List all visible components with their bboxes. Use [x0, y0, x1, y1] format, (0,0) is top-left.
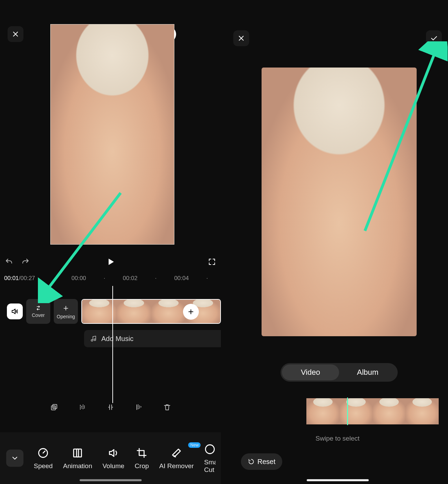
playhead[interactable]: [112, 286, 113, 403]
svg-point-5: [206, 445, 215, 454]
cover-preview: [262, 68, 417, 336]
tab-video[interactable]: Video: [282, 364, 339, 380]
timeline-ruler: 00:01/00:27 00:00 · 00:02 · 00:04 ·: [4, 275, 217, 282]
close-icon: [237, 34, 245, 42]
home-indicator: [307, 479, 369, 481]
video-clip[interactable]: 27.8s +: [81, 299, 221, 324]
undo-button[interactable]: [5, 258, 13, 266]
cover-picker-screen: Video Album Swipe to select Reset: [227, 0, 448, 484]
redo-button[interactable]: [21, 258, 30, 266]
split-left-button[interactable]: [78, 403, 86, 411]
check-icon: [430, 34, 438, 42]
swap-icon: [35, 305, 41, 311]
volume-icon: [11, 307, 19, 316]
playback-controls: [5, 253, 216, 270]
tab-album[interactable]: Album: [339, 364, 396, 380]
opening-label: Opening: [57, 314, 75, 319]
tool-ai-remover[interactable]: New AI Remover: [159, 446, 194, 470]
close-button[interactable]: [233, 30, 249, 46]
frame-strip[interactable]: [306, 398, 448, 424]
time-total: /00:27: [19, 275, 35, 281]
reset-button[interactable]: Reset: [241, 453, 282, 470]
close-icon: [11, 30, 20, 38]
editor-screen: Pro Export 00:01/00:27 00:00 · 00:02 · 0…: [0, 0, 221, 484]
svg-rect-1: [53, 404, 57, 409]
frame-marker[interactable]: [347, 398, 348, 425]
add-music-button[interactable]: Add Music: [84, 330, 221, 347]
collapse-button[interactable]: [6, 450, 23, 467]
tool-speed[interactable]: Speed: [34, 446, 53, 470]
new-badge: New: [188, 442, 201, 448]
chevron-down-icon: [11, 454, 19, 462]
add-music-label: Add Music: [101, 335, 133, 343]
volume-tool-icon: [108, 447, 119, 459]
add-clip-button[interactable]: +: [183, 304, 199, 320]
cover-label: Cover: [32, 312, 44, 318]
eraser-icon: [171, 447, 182, 459]
tool-crop[interactable]: Crop: [135, 446, 149, 470]
hint-text: Swipe to select: [227, 435, 448, 442]
opening-tile[interactable]: + Opening: [54, 299, 78, 324]
crop-icon: [136, 447, 147, 459]
animation-icon: [72, 447, 83, 459]
time-current: 00:01: [4, 275, 19, 281]
timeline-track: Cover + Opening 27.8s +: [0, 299, 221, 324]
tool-volume[interactable]: Volume: [102, 446, 124, 470]
speed-icon: [37, 447, 49, 459]
cover-tile[interactable]: Cover: [26, 299, 50, 324]
delete-button[interactable]: [163, 403, 171, 411]
tool-smart-cut[interactable]: Smart Cut: [204, 443, 216, 474]
split-button[interactable]: [106, 403, 115, 411]
music-icon: [90, 335, 97, 342]
play-button[interactable]: [106, 257, 115, 267]
tool-animation[interactable]: Animation: [63, 446, 92, 470]
smart-cut-icon: [204, 443, 216, 455]
reset-icon: [248, 458, 255, 465]
tool-bar: Speed Animation Volume Crop New AI Remov…: [0, 432, 221, 484]
confirm-button[interactable]: [426, 30, 442, 46]
source-tabs: Video Album: [281, 363, 398, 382]
mute-button[interactable]: [7, 303, 23, 319]
copy-button[interactable]: [50, 403, 58, 411]
split-right-button[interactable]: [135, 403, 143, 411]
fullscreen-button[interactable]: [208, 258, 216, 266]
close-button[interactable]: [8, 26, 23, 42]
video-preview[interactable]: [50, 24, 174, 245]
clip-actions: [0, 403, 221, 422]
home-indicator: [80, 479, 142, 481]
svg-rect-0: [51, 406, 55, 410]
